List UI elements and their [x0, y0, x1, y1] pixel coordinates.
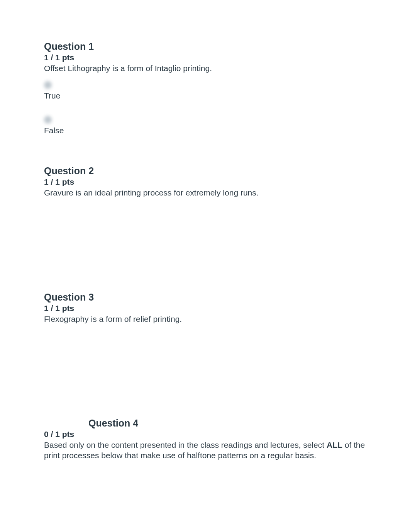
question-text: Flexography is a form of relief printing…: [44, 314, 366, 324]
question-title: Question 1: [44, 41, 366, 52]
question-text-bold: ALL: [327, 440, 342, 449]
question-text: Offset Lithography is a form of Intaglio…: [44, 63, 366, 73]
question-title: Question 2: [44, 165, 366, 177]
question-3: Question 3 1 / 1 pts Flexography is a fo…: [44, 292, 366, 324]
answer-label: True: [44, 91, 366, 100]
question-text-part1: Based only on the content presented in t…: [44, 440, 327, 449]
answer-option-false: False: [44, 116, 366, 135]
question-2: Question 2 1 / 1 pts Gravure is an ideal…: [44, 165, 366, 198]
question-title: Question 4: [44, 418, 366, 429]
question-text: Based only on the content presented in t…: [44, 440, 366, 461]
question-points: 1 / 1 pts: [44, 304, 366, 313]
question-text: Gravure is an ideal printing process for…: [44, 187, 366, 198]
radio-icon[interactable]: [44, 116, 52, 124]
question-1: Question 1 1 / 1 pts Offset Lithography …: [44, 41, 366, 135]
question-4: Question 4 0 / 1 pts Based only on the c…: [44, 418, 366, 461]
radio-icon[interactable]: [44, 81, 52, 89]
question-points: 0 / 1 pts: [44, 430, 366, 439]
answer-options: True False: [44, 81, 366, 135]
question-points: 1 / 1 pts: [44, 177, 366, 187]
answer-label: False: [44, 126, 366, 135]
answer-option-true: True: [44, 81, 366, 100]
question-title: Question 3: [44, 292, 366, 303]
question-points: 1 / 1 pts: [44, 53, 366, 62]
